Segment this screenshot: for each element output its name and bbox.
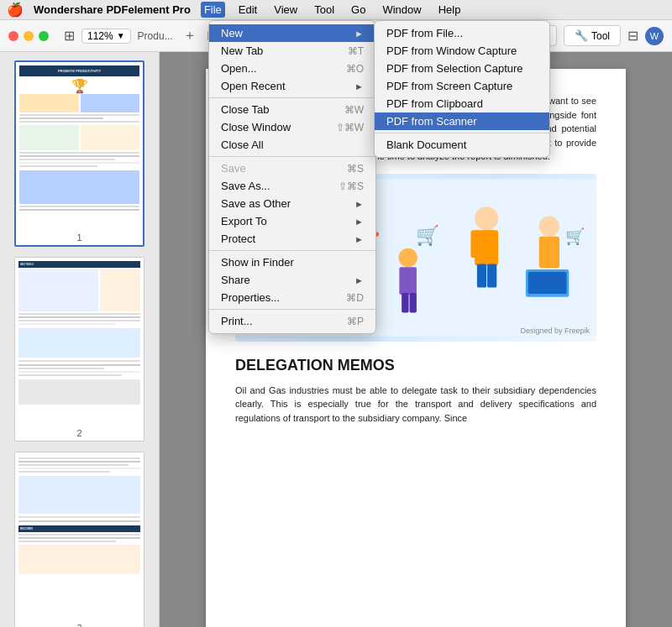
submenu-pdf-clipboard[interactable]: PDF from Clipboard [375,95,549,112]
submenu-new[interactable]: PDF from File... PDF from Window Capture… [374,20,550,158]
panel-toggle-icon[interactable]: ⊟ [627,28,638,44]
submenu-pdf-window-capture[interactable]: PDF from Window Capture [375,42,549,60]
menu-sep-4 [209,309,375,310]
menu-tool[interactable]: Tool [311,2,338,18]
menu-close-all[interactable]: Close All [209,136,375,154]
menu-print[interactable]: Print... ⌘P [209,312,375,330]
menu-save[interactable]: Save ⌘S [209,159,375,177]
menu-export-to-label: Export To [221,215,354,227]
app-name: Wondershare PDFelement Pro [34,3,191,16]
menu-new[interactable]: New ► [209,24,375,42]
menu-share-label: Share [221,274,354,286]
sidebar: PROMOTE PRODUCTIVITY 🏆 [0,52,160,627]
menu-open-recent[interactable]: Open Recent ► [209,77,375,95]
menu-open-shortcut: ⌘O [346,63,364,75]
traffic-lights [8,31,49,41]
menu-export-to-arrow: ► [354,217,364,227]
menu-export-to[interactable]: Export To ► [209,212,375,230]
submenu-pdf-selection-capture[interactable]: PDF from Selection Capture [375,60,549,77]
menu-show-finder[interactable]: Show in Finder [209,253,375,271]
menu-save-other[interactable]: Save as Other ► [209,195,375,212]
menu-save-as-shortcut: ⇧⌘S [339,180,364,192]
tool-button[interactable]: 🔧 Tool [564,25,621,46]
pdf-screen-capture-label: PDF from Screen Capture [386,80,512,92]
pdf-window-capture-label: PDF from Window Capture [386,44,517,57]
pdf-clipboard-label: PDF from Clipboard [386,97,483,110]
menu-sep-2 [209,156,375,157]
maximize-button[interactable] [39,31,49,41]
page-num-3: 3 [15,620,144,627]
menu-open[interactable]: Open... ⌘O [209,60,375,77]
menu-save-as-label: Save As... [221,180,339,192]
menu-help[interactable]: Help [435,2,465,18]
menu-sep-1 [209,97,375,98]
menu-close-window-shortcut: ⇧⌘W [336,122,364,133]
menu-new-tab[interactable]: New Tab ⌘T [209,42,375,60]
zoom-dropdown-icon[interactable]: ▼ [117,31,125,40]
svg-text:🛒: 🛒 [565,227,585,246]
menu-protect[interactable]: Protect ► [209,230,375,248]
file-menu[interactable]: New ► New Tab ⌘T Open... ⌘O Open Recent … [208,20,376,334]
page-num-2: 2 [15,426,144,441]
submenu-pdf-scanner[interactable]: PDF from Scanner [375,112,549,130]
menu-properties-shortcut: ⌘D [346,292,364,304]
menu-new-arrow: ► [354,29,364,39]
menu-properties[interactable]: Properties... ⌘D [209,289,375,306]
menu-save-other-label: Save as Other [221,197,354,210]
svg-rect-24 [402,293,408,312]
menu-new-tab-label: New Tab [221,44,348,57]
menu-save-other-arrow: ► [354,199,364,209]
avatar: W [645,27,664,45]
page-thumb-1[interactable]: PROMOTE PRODUCTIVITY 🏆 [14,60,144,247]
sidebar-toggle-icon[interactable]: ⊞ [64,28,75,44]
svg-rect-25 [410,293,417,312]
menu-close-window[interactable]: Close Window ⇧⌘W [209,118,375,136]
svg-point-16 [539,216,559,236]
svg-rect-15 [487,264,496,287]
page-thumb-3[interactable]: RECORDS 3 [14,452,144,627]
menu-new-tab-shortcut: ⌘T [348,45,364,57]
page-num-1: 1 [16,230,143,245]
zoom-control[interactable]: 112% ▼ [81,29,131,44]
menu-edit[interactable]: Edit [235,2,260,18]
menu-save-label: Save [221,162,347,175]
menu-properties-label: Properties... [221,291,346,304]
menu-window[interactable]: Window [379,2,424,18]
menu-save-shortcut: ⌘S [347,163,364,175]
svg-point-10 [475,206,498,230]
menu-print-label: Print... [221,315,347,327]
menu-go[interactable]: Go [348,2,369,18]
menu-close-window-label: Close Window [221,121,336,133]
menu-close-tab-shortcut: ⌘W [344,104,364,116]
zoom-level: 112% [87,30,113,42]
menu-close-all-label: Close All [221,138,364,151]
menu-save-as[interactable]: Save As... ⇧⌘S [209,177,375,195]
svg-rect-19 [528,271,567,293]
menu-file[interactable]: File [201,2,225,18]
submenu-pdf-screen-capture[interactable]: PDF from Screen Capture [375,77,549,95]
submenu-pdf-from-file[interactable]: PDF from File... [375,24,549,42]
svg-rect-13 [485,230,494,258]
delegation-text: Oil and Gas industries must be able to d… [235,384,596,426]
menu-open-recent-label: Open Recent [221,80,354,92]
menu-share[interactable]: Share ► [209,271,375,289]
menu-protect-label: Protect [221,233,354,245]
menu-share-arrow: ► [354,275,364,285]
submenu-blank-document[interactable]: Blank Document [375,136,549,154]
close-button[interactable] [8,31,18,41]
blank-document-label: Blank Document [386,138,466,151]
menu-close-tab[interactable]: Close Tab ⌘W [209,101,375,118]
add-tab-icon[interactable]: ＋ [183,27,197,44]
svg-rect-17 [539,236,559,267]
menu-sep-3 [209,250,375,251]
tool-label: Tool [591,30,610,42]
svg-rect-12 [470,230,480,258]
menu-view[interactable]: View [270,2,301,18]
menu-open-recent-arrow: ► [354,81,364,91]
menu-show-finder-label: Show in Finder [221,256,364,269]
page-thumb-2[interactable]: SECTION 2 [14,257,144,442]
menu-new-label: New [221,27,354,39]
svg-rect-14 [477,264,486,287]
minimize-button[interactable] [24,31,34,41]
apple-menu[interactable]: 🍎 [7,2,24,18]
